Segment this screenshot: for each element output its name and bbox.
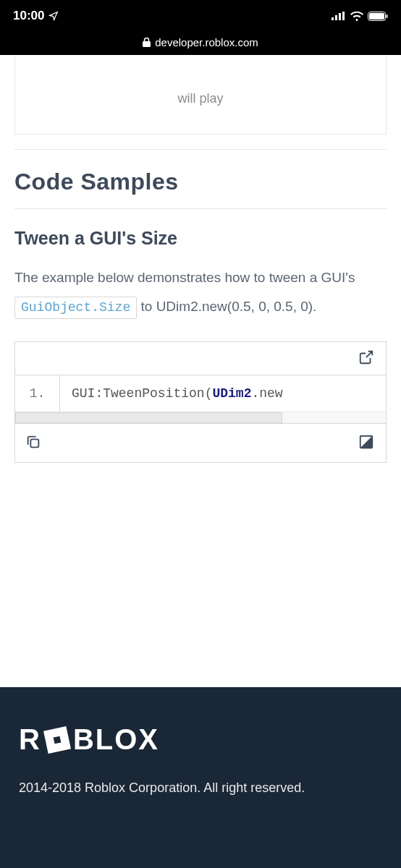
code-seg-a: GUI:TweenPosition( (72, 386, 212, 401)
svg-rect-7 (143, 41, 151, 47)
code-samples-heading: Code Samples (14, 169, 387, 195)
url-domain: developer.roblox.com (155, 36, 258, 48)
logo-letter-r: R (19, 723, 41, 756)
location-icon (48, 11, 59, 21)
description-paragraph: The example below demonstrates how to tw… (14, 263, 387, 321)
page-content: will play Code Samples Tween a GUI's Siz… (0, 55, 401, 687)
lock-icon (143, 38, 151, 47)
code-header (15, 342, 386, 375)
wifi-icon (350, 12, 363, 21)
external-link-icon[interactable] (358, 349, 376, 367)
scrollbar-thumb[interactable] (15, 412, 282, 423)
line-number: 1. (15, 375, 60, 412)
battery-icon (368, 12, 388, 21)
code-seg-keyword: UDim2 (212, 386, 251, 401)
partial-table-row: will play (14, 55, 387, 135)
roblox-logo: R BLOX (19, 723, 382, 756)
tween-gui-heading: Tween a GUI's Size (14, 228, 387, 249)
code-sample-block: 1. GUI:TweenPosition(UDim2.new (14, 341, 387, 463)
para-text-after: to UDim2.new(0.5, 0, 0.5, 0). (141, 299, 317, 314)
horizontal-scrollbar[interactable] (15, 412, 386, 423)
status-right (332, 12, 388, 21)
page-footer: R BLOX 2014-2018 Roblox Corporation. All… (0, 687, 401, 868)
divider (14, 149, 387, 150)
svg-rect-6 (387, 14, 388, 18)
browser-url-bar[interactable]: developer.roblox.com (0, 32, 401, 55)
api-reference-chip[interactable]: GuiObject.Size (14, 297, 137, 319)
svg-rect-3 (342, 12, 345, 20)
code-seg-c: .new (251, 386, 282, 401)
para-text-before: The example below demonstrates how to tw… (14, 270, 355, 285)
code-body: 1. GUI:TweenPosition(UDim2.new (15, 375, 386, 412)
divider (14, 208, 387, 209)
copy-icon[interactable] (25, 434, 43, 451)
signal-icon (332, 12, 346, 20)
svg-rect-1 (335, 15, 337, 20)
svg-rect-8 (30, 440, 38, 448)
svg-rect-0 (332, 17, 334, 20)
logo-letters-rest: BLOX (73, 723, 159, 756)
partial-cell-text: will play (177, 91, 223, 106)
svg-rect-2 (339, 13, 341, 20)
expand-icon[interactable] (358, 434, 376, 451)
svg-rect-5 (369, 13, 384, 20)
logo-tilted-square-icon (43, 726, 71, 754)
status-time: 10:00 (13, 9, 44, 23)
code-line: GUI:TweenPosition(UDim2.new (60, 386, 283, 401)
status-left: 10:00 (13, 9, 59, 23)
status-bar: 10:00 (0, 0, 401, 32)
copyright-text: 2014-2018 Roblox Corporation. All right … (19, 778, 382, 799)
code-footer (15, 423, 386, 462)
